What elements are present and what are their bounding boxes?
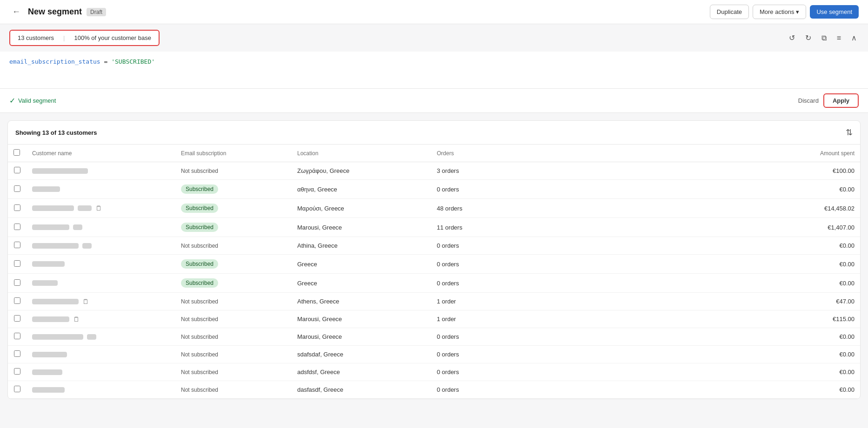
customer-name-content [32,387,170,393]
name-blur-block [32,369,62,375]
location-cell: Marousi, Greece [292,328,431,346]
redo-button[interactable]: ↻ [803,32,813,44]
table-header-bar: Showing 13 of 13 customers ⇅ [8,121,860,145]
row-checkbox[interactable] [14,350,20,357]
amount-cell: €0.00 [501,381,860,399]
row-checkbox[interactable] [14,279,20,286]
customer-name-content [32,168,170,174]
collapse-button[interactable]: ∧ [849,32,859,44]
top-bar: ← New segment Draft Duplicate More actio… [0,0,868,24]
table-row: Not subscribedadsfdsf, Greece0 orders€0.… [8,363,860,381]
not-subscribed-label: Not subscribed [181,243,218,249]
toolbar-icons: ↺ ↻ ⧉ ≡ ∧ [787,32,859,44]
name-blur-block [32,261,65,267]
row-checkbox[interactable] [14,167,20,173]
not-subscribed-label: Not subscribed [181,298,218,305]
stats-bar: 13 customers | 100% of your customer bas… [0,24,868,52]
table-row: Not subscribedΖωγράφου, Greece3 orders€1… [8,162,860,180]
discard-button[interactable]: Discard [798,97,819,104]
customer-name-cell [27,180,175,199]
table-row: SubscribedGreece0 orders€0.00 [8,255,860,274]
row-checkbox-cell [8,162,27,180]
orders-cell: 0 orders [431,346,501,363]
name-blur-block [32,243,79,249]
validation-bar: ✓ Valid segment Discard Apply [0,89,868,113]
row-checkbox[interactable] [14,185,20,192]
showing-label: Showing 13 of 13 customers [15,129,97,136]
row-checkbox[interactable] [14,242,20,248]
row-checkbox[interactable] [14,297,20,304]
more-actions-label: More actions [760,8,794,15]
table-row: 🗒SubscribedΜαρούσι, Greece48 orders€14,4… [8,199,860,218]
use-segment-button[interactable]: Use segment [810,5,859,19]
row-checkbox[interactable] [14,333,20,339]
chevron-down-icon: ▾ [796,8,799,15]
subscription-cell: Not subscribed [175,162,292,180]
customer-name-cell: 🗒 [27,199,175,218]
orders-cell: 0 orders [431,274,501,293]
code-line: email_subscription_status = 'SUBSCRIBED' [9,58,859,65]
row-checkbox[interactable] [14,315,20,322]
customer-name-cell: 🗒 [27,293,175,310]
amount-cell: €0.00 [501,346,860,363]
back-button[interactable]: ← [9,6,23,18]
amount-cell: €0.00 [501,180,860,199]
customer-name-cell [27,162,175,180]
undo-button[interactable]: ↺ [787,32,797,44]
filter-button[interactable]: ≡ [835,32,843,44]
row-checkbox[interactable] [14,368,20,375]
subscribed-badge: Subscribed [181,204,218,213]
orders-cell: 0 orders [431,180,501,199]
customer-name-content: 🗒 [32,298,170,305]
apply-button[interactable]: Apply [823,93,859,108]
customer-name-content [32,243,170,249]
row-checkbox-cell [8,293,27,310]
row-checkbox[interactable] [14,386,20,392]
select-all-checkbox[interactable] [13,149,20,156]
name-blur-block [32,186,60,192]
row-checkbox-cell [8,346,27,363]
note-icon: 🗒 [73,316,80,323]
customer-name-content: 🗒 [32,204,170,212]
subscription-cell: Subscribed [175,180,292,199]
location-cell: Greece [292,274,431,293]
location-cell: Ζωγράφου, Greece [292,162,431,180]
row-checkbox[interactable] [14,260,20,267]
stats-box: 13 customers | 100% of your customer bas… [9,30,160,46]
row-checkbox-cell [8,218,27,237]
stat-divider: | [63,34,65,41]
customer-name-cell [27,346,175,363]
amount-cell: €100.00 [501,162,860,180]
more-actions-button[interactable]: More actions ▾ [753,5,806,19]
table-header-row: Customer name Email subscription Locatio… [8,145,860,162]
draft-badge: Draft [87,8,106,16]
subscribed-badge: Subscribed [181,259,218,269]
subscribed-badge: Subscribed [181,223,218,232]
subscription-cell: Not subscribed [175,328,292,346]
orders-cell: 0 orders [431,328,501,346]
top-bar-right: Duplicate More actions ▾ Use segment [710,5,859,19]
customer-name-cell [27,363,175,381]
duplicate-button[interactable]: Duplicate [710,5,749,19]
subscription-cell: Not subscribed [175,310,292,328]
col-orders: Orders [431,145,501,162]
table-row: SubscribedMarousi, Greece11 orders€1,407… [8,218,860,237]
note-icon: 🗒 [95,204,102,212]
customer-name-content [32,352,170,357]
subscription-cell: Not subscribed [175,381,292,399]
not-subscribed-label: Not subscribed [181,168,218,174]
location-cell: dasfasdf, Greece [292,381,431,399]
not-subscribed-label: Not subscribed [181,351,218,358]
name-blur-block [32,387,65,393]
valid-message: ✓ Valid segment [9,96,56,105]
table-row: Not subscribedsdafsdaf, Greece0 orders€0… [8,346,860,363]
row-checkbox[interactable] [14,224,20,230]
row-checkbox[interactable] [14,204,20,211]
copy-button[interactable]: ⧉ [820,32,828,44]
note-icon: 🗒 [82,298,89,305]
customer-name-cell [27,328,175,346]
location-cell: adsfdsf, Greece [292,363,431,381]
sort-button[interactable]: ⇅ [846,127,853,138]
table-row: Not subscribeddasfasdf, Greece0 orders€0… [8,381,860,399]
amount-cell: €0.00 [501,237,860,255]
